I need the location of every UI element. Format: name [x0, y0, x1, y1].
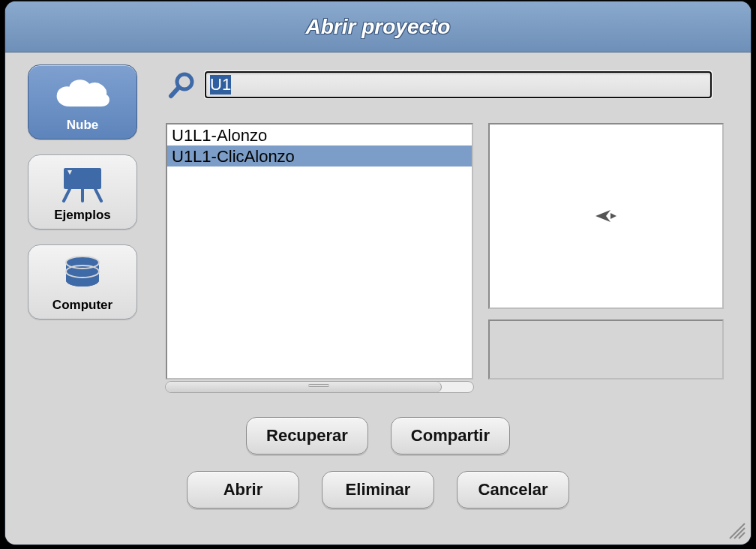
recover-button[interactable]: Recuperar	[246, 417, 368, 454]
sprite-icon	[596, 210, 616, 222]
titlebar: Abrir proyecto	[5, 2, 751, 52]
button-row-2: Abrir Eliminar Cancelar	[5, 471, 751, 508]
dialog-body: Nube Ejemplos	[5, 52, 751, 544]
tab-cloud[interactable]: Nube	[28, 64, 137, 140]
tab-label: Computer	[52, 298, 112, 313]
button-row-1: Recuperar Compartir	[5, 417, 751, 454]
tab-examples[interactable]: Ejemplos	[28, 154, 137, 230]
search-input[interactable]	[205, 71, 712, 98]
resize-grip[interactable]	[725, 519, 746, 540]
scrollbar-thumb[interactable]	[166, 382, 442, 392]
svg-marker-12	[596, 210, 610, 222]
svg-line-2	[64, 189, 70, 201]
list-item[interactable]: U1L1-ClicAlonzo	[167, 146, 472, 166]
search-icon	[166, 70, 199, 99]
preview-pane	[488, 123, 724, 309]
open-project-dialog: Abrir proyecto Nube	[5, 2, 751, 544]
disk-icon	[62, 253, 103, 295]
dialog-title: Abrir proyecto	[306, 15, 451, 39]
tab-computer[interactable]: Computer	[28, 244, 137, 320]
open-button[interactable]: Abrir	[187, 471, 299, 508]
share-button[interactable]: Compartir	[391, 417, 510, 454]
cancel-button[interactable]: Cancelar	[457, 471, 569, 508]
source-tabs: Nube Ejemplos	[28, 64, 137, 320]
list-scrollbar[interactable]	[165, 381, 474, 393]
easel-icon	[59, 163, 106, 205]
delete-button[interactable]: Eliminar	[322, 471, 434, 508]
svg-line-11	[171, 88, 178, 96]
tab-label: Nube	[67, 118, 99, 133]
list-item[interactable]: U1L1-Alonzo	[167, 124, 472, 146]
svg-marker-13	[610, 213, 616, 219]
tab-label: Ejemplos	[54, 208, 111, 223]
svg-line-4	[95, 189, 101, 201]
cloud-icon	[53, 73, 112, 115]
description-pane	[488, 320, 724, 380]
search-row	[166, 69, 712, 100]
project-list[interactable]: U1L1-Alonzo U1L1-ClicAlonzo	[166, 123, 473, 380]
